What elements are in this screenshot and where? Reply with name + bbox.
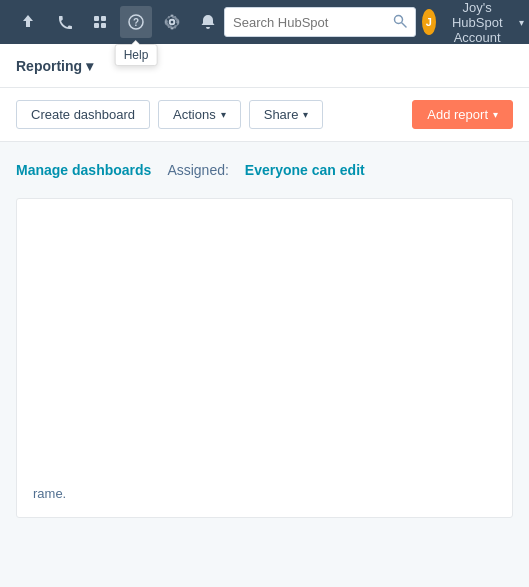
reporting-nav-button[interactable]: Reporting ▾ xyxy=(16,58,93,74)
help-tooltip: Help xyxy=(115,44,158,66)
svg-rect-1 xyxy=(101,16,106,21)
add-report-dropdown-icon: ▾ xyxy=(493,109,498,120)
search-bar[interactable] xyxy=(224,7,416,37)
settings-icon xyxy=(164,14,180,30)
manage-dashboards-link[interactable]: Manage dashboards xyxy=(16,162,151,178)
help-icon-btn[interactable]: ? Help xyxy=(120,6,152,38)
marketplace-icon-btn[interactable] xyxy=(84,6,116,38)
toolbar: Create dashboard Actions ▾ Share ▾ Add r… xyxy=(0,88,529,142)
assigned-label: Assigned: xyxy=(167,162,228,178)
search-icon[interactable] xyxy=(393,14,407,31)
add-report-label: Add report xyxy=(427,107,488,122)
settings-icon-btn[interactable] xyxy=(156,6,188,38)
share-label: Share xyxy=(264,107,299,122)
account-chevron-icon: ▾ xyxy=(519,17,524,28)
marketplace-icon xyxy=(92,14,108,30)
search-input[interactable] xyxy=(233,15,393,30)
help-icon: ? xyxy=(128,14,144,30)
content-area: rame. xyxy=(16,198,513,518)
svg-rect-3 xyxy=(101,23,106,28)
nav-icons-left: ? Help xyxy=(12,6,224,38)
svg-point-6 xyxy=(170,20,175,25)
add-report-button[interactable]: Add report ▾ xyxy=(412,100,513,129)
reporting-label: Reporting xyxy=(16,58,82,74)
assigned-value: Everyone can edit xyxy=(245,162,365,178)
phone-icon-btn[interactable] xyxy=(48,6,80,38)
phone-icon xyxy=(56,14,72,30)
upload-icon xyxy=(20,14,36,30)
share-dropdown-icon: ▾ xyxy=(303,109,308,120)
upload-icon-btn[interactable] xyxy=(12,6,44,38)
svg-point-7 xyxy=(395,15,403,23)
account-button[interactable]: J Joy's HubSpot Account ▾ xyxy=(422,0,524,45)
top-navigation: ? Help xyxy=(0,0,529,44)
svg-rect-2 xyxy=(94,23,99,28)
notifications-icon xyxy=(200,14,216,30)
actions-button[interactable]: Actions ▾ xyxy=(158,100,241,129)
svg-line-8 xyxy=(402,23,406,27)
create-dashboard-button[interactable]: Create dashboard xyxy=(16,100,150,129)
main-content: Manage dashboards Assigned: Everyone can… xyxy=(0,142,529,542)
share-button[interactable]: Share ▾ xyxy=(249,100,324,129)
actions-label: Actions xyxy=(173,107,216,122)
avatar: J xyxy=(422,9,436,35)
secondary-navigation: Reporting ▾ xyxy=(0,44,529,88)
actions-dropdown-icon: ▾ xyxy=(221,109,226,120)
notifications-icon-btn[interactable] xyxy=(192,6,224,38)
nav-right: J Joy's HubSpot Account ▾ xyxy=(224,0,524,45)
create-dashboard-label: Create dashboard xyxy=(31,107,135,122)
svg-rect-0 xyxy=(94,16,99,21)
frame-text: rame. xyxy=(33,486,66,501)
dashboard-header: Manage dashboards Assigned: Everyone can… xyxy=(16,162,513,178)
svg-text:?: ? xyxy=(133,17,139,28)
account-name: Joy's HubSpot Account xyxy=(442,0,513,45)
reporting-chevron-icon: ▾ xyxy=(86,58,93,74)
